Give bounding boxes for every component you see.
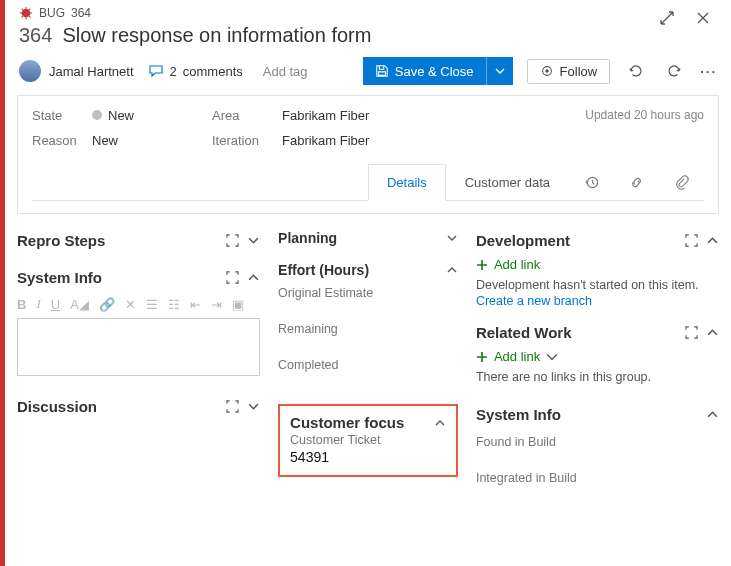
more-actions-button[interactable]: ··· (700, 64, 717, 79)
updated-text: Updated 20 hours ago (585, 108, 704, 122)
maximize-icon[interactable] (226, 400, 239, 413)
chevron-down-icon (495, 66, 505, 76)
iteration-value[interactable]: Fabrikam Fiber (282, 133, 704, 148)
bullet-list-button[interactable]: ☰ (146, 297, 158, 312)
close-icon[interactable] (691, 6, 715, 30)
underline-button[interactable]: U (51, 297, 60, 312)
follow-label: Follow (560, 64, 598, 79)
breadcrumb-id: 364 (71, 6, 91, 20)
development-header[interactable]: Development (476, 228, 719, 253)
refresh-button[interactable] (624, 59, 648, 83)
system-info-editor[interactable] (17, 318, 260, 376)
indent-button[interactable]: ⇥ (211, 297, 222, 312)
repro-steps-header[interactable]: Repro Steps (17, 228, 260, 253)
follow-icon (540, 64, 554, 78)
system-info-header[interactable]: System Info (17, 265, 260, 290)
bug-icon (19, 6, 33, 20)
svg-line-6 (29, 16, 30, 17)
create-branch-link[interactable]: Create a new branch (476, 294, 719, 308)
customer-ticket-value[interactable]: 54391 (290, 447, 446, 465)
svg-line-5 (22, 9, 23, 10)
font-color-button[interactable]: A◢ (70, 297, 89, 312)
chevron-down-icon[interactable] (446, 232, 458, 244)
number-list-button[interactable]: ☷ (168, 297, 180, 312)
integrated-in-build-field[interactable]: Integrated in Build (476, 463, 719, 499)
avatar (19, 60, 41, 82)
assigned-to-name: Jamal Hartnett (49, 64, 134, 79)
comments-button[interactable]: 2 comments (148, 63, 243, 79)
work-item-title[interactable]: Slow response on information form (62, 24, 371, 47)
completed-field[interactable]: Completed (278, 352, 458, 388)
tab-attachments[interactable] (659, 164, 704, 200)
reason-label: Reason (32, 133, 92, 148)
maximize-icon[interactable] (226, 271, 239, 284)
attachment-icon (674, 175, 689, 190)
comments-label: comments (183, 64, 243, 79)
assigned-to[interactable]: Jamal Hartnett (19, 60, 134, 82)
svg-line-8 (29, 9, 30, 10)
breadcrumb: BUG 364 (17, 0, 719, 22)
page-title: 364 Slow response on information form (17, 22, 719, 55)
chevron-up-icon[interactable] (706, 408, 719, 421)
undo-icon (666, 63, 682, 79)
maximize-icon[interactable] (685, 234, 698, 247)
chevron-up-icon[interactable] (706, 326, 719, 339)
chevron-up-icon[interactable] (706, 234, 719, 247)
chevron-up-icon[interactable] (434, 417, 446, 429)
outdent-button[interactable]: ⇤ (190, 297, 201, 312)
expand-icon[interactable] (655, 6, 679, 30)
svg-line-7 (22, 16, 23, 17)
tab-history[interactable] (569, 164, 614, 200)
comments-count: 2 (170, 64, 177, 79)
related-hint: There are no links in this group. (476, 368, 719, 386)
chevron-down-icon (546, 351, 558, 363)
chevron-up-icon[interactable] (247, 271, 260, 284)
save-icon (375, 64, 389, 78)
maximize-icon[interactable] (226, 234, 239, 247)
history-icon (584, 175, 599, 190)
chevron-up-icon[interactable] (446, 264, 458, 276)
save-label: Save & Close (395, 64, 474, 79)
follow-button[interactable]: Follow (527, 59, 611, 84)
related-work-header[interactable]: Related Work (476, 320, 719, 345)
related-add-link-button[interactable]: Add link (476, 345, 719, 368)
dev-add-link-button[interactable]: Add link (476, 253, 719, 276)
state-value[interactable]: New (92, 108, 212, 123)
planning-header[interactable]: Planning (278, 228, 458, 248)
plus-icon (476, 351, 488, 363)
effort-header[interactable]: Effort (Hours) (278, 260, 458, 280)
remaining-field[interactable]: Remaining (278, 316, 458, 352)
found-in-build-field[interactable]: Found in Build (476, 427, 719, 463)
iteration-label: Iteration (212, 133, 282, 148)
bold-button[interactable]: B (17, 297, 26, 312)
chevron-down-icon[interactable] (247, 400, 260, 413)
customer-ticket-label: Customer Ticket (290, 433, 446, 447)
tab-links[interactable] (614, 164, 659, 200)
state-dot-icon (92, 110, 102, 120)
clear-format-button[interactable]: ✕ (125, 297, 136, 312)
reason-value[interactable]: New (92, 133, 212, 148)
svg-point-10 (545, 69, 549, 73)
tab-details[interactable]: Details (368, 164, 446, 201)
maximize-icon[interactable] (685, 326, 698, 339)
rich-text-toolbar: B I U A◢ 🔗 ✕ ☰ ☷ ⇤ ⇥ ▣ (17, 290, 260, 318)
chevron-down-icon[interactable] (247, 234, 260, 247)
state-label: State (32, 108, 92, 123)
refresh-icon (628, 63, 644, 79)
image-button[interactable]: ▣ (232, 297, 244, 312)
original-estimate-field[interactable]: Original Estimate (278, 280, 458, 316)
work-item-id: 364 (19, 24, 52, 47)
customer-focus-header[interactable]: Customer focus (290, 412, 446, 433)
add-tag-button[interactable]: Add tag (257, 62, 314, 81)
tab-customer-data[interactable]: Customer data (446, 164, 569, 200)
breadcrumb-type: BUG (39, 6, 65, 20)
discussion-header[interactable]: Discussion (17, 394, 260, 419)
italic-button[interactable]: I (36, 296, 40, 312)
save-and-close-button[interactable]: Save & Close (363, 57, 513, 85)
area-label: Area (212, 108, 282, 123)
save-dropdown[interactable] (486, 57, 513, 85)
plus-icon (476, 259, 488, 271)
right-system-info-header[interactable]: System Info (476, 402, 719, 427)
link-button[interactable]: 🔗 (99, 297, 115, 312)
undo-button[interactable] (662, 59, 686, 83)
